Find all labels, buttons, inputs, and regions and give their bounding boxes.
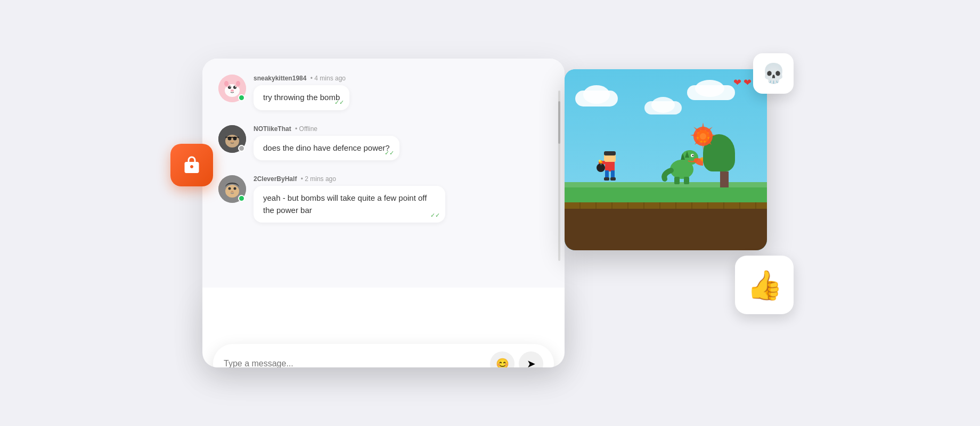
message-meta-3: 2CleverByHalf • 2 mins ago <box>254 175 549 183</box>
message-dot-1: • <box>311 75 313 82</box>
chat-panel: sneakykitten1984 • 4 mins ago try throwi… <box>202 59 565 367</box>
svg-rect-53 <box>684 177 689 184</box>
game-ground <box>565 202 767 250</box>
thumbsup-card: 👍 <box>735 256 794 314</box>
message-text-1: try throwing the bomb <box>263 93 340 102</box>
message-content-1: sneakykitten1984 • 4 mins ago try throwi… <box>254 75 549 110</box>
svg-point-6 <box>231 89 234 92</box>
message-content-2: NOTlikeThat • Offline does the dino have… <box>254 125 549 161</box>
message-username-3: 2CleverByHalf <box>254 175 297 183</box>
message-text-3: yeah - but bombs will take quite a few p… <box>263 193 427 215</box>
thumbsup-emoji: 👍 <box>747 268 782 302</box>
avatar-wrap-3 <box>218 175 246 203</box>
warrior-svg <box>597 148 623 185</box>
message-username-2: NOTlikeThat <box>254 125 291 133</box>
svg-point-22 <box>234 187 236 190</box>
svg-rect-36 <box>604 151 616 155</box>
online-indicator-3 <box>238 195 245 202</box>
send-button[interactable]: ➤ <box>519 351 543 367</box>
message-input[interactable] <box>224 359 486 367</box>
game-grass <box>565 187 767 202</box>
svg-point-49 <box>692 155 694 157</box>
message-bubble-3: yeah - but bombs will take quite a few p… <box>254 186 445 223</box>
svg-rect-15 <box>227 137 237 138</box>
explosion-svg <box>687 120 719 152</box>
online-indicator <box>238 94 245 101</box>
message-username-1: sneakykitten1984 <box>254 75 306 82</box>
table-row: 2CleverByHalf • 2 mins ago yeah - but bo… <box>218 175 549 223</box>
emoji-button[interactable]: 😊 <box>490 351 514 367</box>
message-text-2: does the dino have defence power? <box>263 143 390 152</box>
message-ticks-1: ✓✓ <box>334 98 344 107</box>
svg-point-45 <box>599 160 601 162</box>
svg-rect-17 <box>237 137 239 138</box>
avatar-wrap-2 <box>218 125 246 153</box>
message-bubble-1: try throwing the bomb ✓✓ <box>254 85 349 110</box>
message-dot-3: • <box>301 175 303 183</box>
message-time-3: 2 mins ago <box>305 175 336 183</box>
svg-point-18 <box>231 141 234 143</box>
heart-1: ❤ <box>733 77 741 88</box>
offline-indicator <box>238 145 245 152</box>
message-bubble-2: does the dino have defence power? ✓✓ <box>254 136 399 161</box>
tree-trunk <box>720 171 729 187</box>
message-time-1: 4 mins ago <box>314 75 346 82</box>
lock-icon <box>182 155 201 175</box>
message-ticks-2: ✓✓ <box>385 149 394 158</box>
avatar-wrap-1 <box>218 75 246 102</box>
svg-point-10 <box>236 81 240 86</box>
svg-rect-40 <box>610 177 616 181</box>
cloud-1-puff <box>583 85 610 104</box>
svg-point-9 <box>224 81 228 86</box>
message-ticks-3: ✓✓ <box>430 211 440 220</box>
scrollbar-thumb[interactable] <box>558 101 560 144</box>
skull-card: 💀 <box>753 53 794 94</box>
svg-rect-16 <box>225 137 227 138</box>
message-time-2: Offline <box>299 125 317 133</box>
table-row: sneakykitten1984 • 4 mins ago try throwi… <box>218 75 549 110</box>
game-panel: ❤ ❤ ♥ <box>565 69 767 250</box>
svg-point-4 <box>230 86 231 87</box>
chat-messages: sneakykitten1984 • 4 mins ago try throwi… <box>202 59 565 288</box>
message-content-3: 2CleverByHalf • 2 mins ago yeah - but bo… <box>254 175 549 223</box>
message-meta-1: sneakykitten1984 • 4 mins ago <box>254 75 549 82</box>
message-input-area[interactable]: 😊 ➤ <box>213 344 554 367</box>
cloud-3-puff <box>695 80 724 97</box>
lock-button[interactable] <box>170 144 213 186</box>
heart-2: ❤ <box>744 77 752 88</box>
table-row: NOTlikeThat • Offline does the dino have… <box>218 125 549 161</box>
scrollbar[interactable] <box>558 91 560 261</box>
game-canvas: ❤ ❤ ♥ <box>565 69 767 250</box>
message-meta-2: NOTlikeThat • Offline <box>254 125 549 133</box>
send-icon: ➤ <box>527 357 536 367</box>
warrior-character <box>597 148 623 187</box>
svg-rect-39 <box>604 177 609 181</box>
message-dot-2: • <box>295 125 297 133</box>
svg-point-21 <box>228 187 231 190</box>
explosion <box>687 120 719 154</box>
ground-bricks <box>565 202 767 209</box>
skull-emoji: 💀 <box>762 62 786 85</box>
svg-rect-52 <box>674 177 680 184</box>
cloud-2-puff <box>651 97 675 113</box>
svg-point-23 <box>231 191 234 193</box>
emoji-icon: 😊 <box>496 357 509 367</box>
